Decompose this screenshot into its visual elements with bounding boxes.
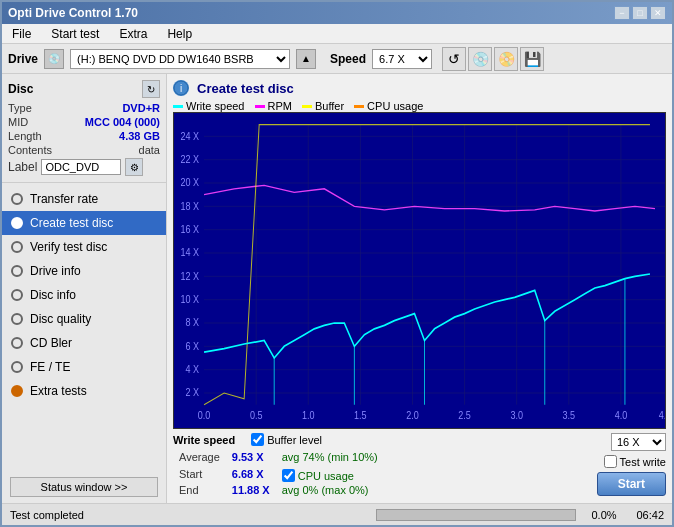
nav-create-test-disc[interactable]: Create test disc	[2, 211, 166, 235]
legend-rpm-label: RPM	[268, 100, 292, 112]
test-write-checkbox[interactable]	[604, 455, 617, 468]
disc-label-input[interactable]	[41, 159, 121, 175]
start-button[interactable]: Start	[597, 472, 666, 496]
buffer-level-check: Buffer level	[251, 433, 322, 446]
disc-length-val: 4.38 GB	[119, 130, 160, 142]
nav-drive-info[interactable]: Drive info	[2, 259, 166, 283]
svg-text:3.0: 3.0	[510, 409, 523, 421]
chart-title-icon: i	[173, 80, 189, 96]
chart-title: Create test disc	[197, 81, 294, 96]
menu-extra[interactable]: Extra	[113, 26, 153, 42]
buffer-level-checkbox[interactable]	[251, 433, 264, 446]
svg-text:4 X: 4 X	[186, 364, 200, 376]
nav-label-drive-info: Drive info	[30, 264, 81, 278]
legend-rpm: RPM	[255, 100, 292, 112]
chart-area: i Create test disc Write speed RPM Buffe…	[167, 74, 672, 503]
svg-text:4.0: 4.0	[615, 409, 628, 421]
stat-start-row: Start 6.68 X CPU usage	[173, 464, 384, 483]
status-window-button[interactable]: Status window >>	[10, 477, 158, 497]
nav-icon-fe-te	[10, 360, 24, 374]
menu-file[interactable]: File	[6, 26, 37, 42]
disc-header: Disc ↻	[8, 80, 160, 98]
disc-section: Disc ↻ Type DVD+R MID MCC 004 (000) Leng…	[2, 74, 166, 183]
disc-contents-val: data	[139, 144, 160, 156]
refresh-button[interactable]: ↺	[442, 47, 466, 71]
svg-text:3.5: 3.5	[563, 409, 576, 421]
menu-start-test[interactable]: Start test	[45, 26, 105, 42]
chart-display: 24 X 22 X 20 X 18 X 16 X 14 X 12 X 10 X …	[173, 112, 666, 429]
disc-contents-row: Contents data	[8, 144, 160, 156]
svg-text:4.5: 4.5	[659, 409, 665, 421]
disc-icon-button[interactable]: 💿	[468, 47, 492, 71]
stat-average-key: Average	[173, 450, 226, 464]
disc-mid-key: MID	[8, 116, 28, 128]
nav-icon-cd-bler	[10, 336, 24, 350]
nav-transfer-rate[interactable]: Transfer rate	[2, 187, 166, 211]
chart-legend: Write speed RPM Buffer CPU usage	[173, 100, 666, 112]
nav-disc-quality[interactable]: Disc quality	[2, 307, 166, 331]
status-text: Test completed	[10, 509, 368, 521]
cpu-usage-checkbox[interactable]	[282, 469, 295, 482]
disc-mid-row: MID MCC 004 (000)	[8, 116, 160, 128]
stat-average-val: 9.53 X	[226, 450, 276, 464]
nav-label-disc-info: Disc info	[30, 288, 76, 302]
svg-text:16 X: 16 X	[181, 224, 200, 236]
svg-text:12 X: 12 X	[181, 270, 200, 282]
minimize-button[interactable]: −	[614, 6, 630, 20]
nav-extra-tests[interactable]: Extra tests	[2, 379, 166, 403]
nav-fe-te[interactable]: FE / TE	[2, 355, 166, 379]
legend-write-speed-dot	[173, 105, 183, 108]
svg-text:i: i	[180, 83, 182, 94]
stat-start-extra: CPU usage	[276, 464, 384, 483]
disc-label-key: Label	[8, 160, 37, 174]
save-button[interactable]: 💾	[520, 47, 544, 71]
nav-disc-info[interactable]: Disc info	[2, 283, 166, 307]
legend-buffer-label: Buffer	[315, 100, 344, 112]
disc-type-row: Type DVD+R	[8, 102, 160, 114]
speed-select[interactable]: 6.7 X	[372, 49, 432, 69]
disc-refresh-button[interactable]: ↻	[142, 80, 160, 98]
svg-text:2.0: 2.0	[406, 409, 419, 421]
nav-icon-drive-info	[10, 264, 24, 278]
stat-end-key: End	[173, 483, 226, 497]
legend-rpm-dot	[255, 105, 265, 108]
disc2-icon-button[interactable]: 📀	[494, 47, 518, 71]
nav-label-cd-bler: CD Bler	[30, 336, 72, 350]
close-button[interactable]: ✕	[650, 6, 666, 20]
legend-buffer: Buffer	[302, 100, 344, 112]
nav-cd-bler[interactable]: CD Bler	[2, 331, 166, 355]
legend-write-speed-label: Write speed	[186, 100, 245, 112]
nav-icon-disc-info	[10, 288, 24, 302]
right-controls: 16 X 8 X 4 X 2.4 X Test write Start	[597, 433, 666, 496]
legend-write-speed: Write speed	[173, 100, 245, 112]
drive-select[interactable]: (H:) BENQ DVD DD DW1640 BSRB	[70, 49, 290, 69]
disc-header-label: Disc	[8, 82, 33, 96]
svg-text:10 X: 10 X	[181, 294, 200, 306]
nav-label-verify-test-disc: Verify test disc	[30, 240, 107, 254]
status-bar: Test completed 0.0% 06:42	[2, 503, 672, 525]
status-percent: 0.0%	[584, 509, 624, 521]
chart-svg: 24 X 22 X 20 X 18 X 16 X 14 X 12 X 10 X …	[174, 113, 665, 428]
maximize-button[interactable]: □	[632, 6, 648, 20]
nav-label-transfer-rate: Transfer rate	[30, 192, 98, 206]
menu-help[interactable]: Help	[161, 26, 198, 42]
disc-type-key: Type	[8, 102, 32, 114]
svg-text:18 X: 18 X	[181, 200, 200, 212]
test-write-label: Test write	[620, 456, 666, 468]
toolbar-icons: ↺ 💿 📀 💾	[442, 47, 544, 71]
nav-icon-extra-tests	[10, 384, 24, 398]
disc-label-icon-button[interactable]: ⚙	[125, 158, 143, 176]
svg-text:22 X: 22 X	[181, 154, 200, 166]
legend-cpu-usage-dot	[354, 105, 364, 108]
stat-end-extra: avg 0% (max 0%)	[276, 483, 384, 497]
nav-label-extra-tests: Extra tests	[30, 384, 87, 398]
eject-button[interactable]: ▲	[296, 49, 316, 69]
svg-text:24 X: 24 X	[181, 130, 200, 142]
nav-verify-test-disc[interactable]: Verify test disc	[2, 235, 166, 259]
legend-cpu-usage-label: CPU usage	[367, 100, 423, 112]
write-speed-dropdown[interactable]: 16 X 8 X 4 X 2.4 X	[611, 433, 666, 451]
nav-items: Transfer rate Create test disc Verify te…	[2, 183, 166, 471]
svg-text:14 X: 14 X	[181, 247, 200, 259]
chart-header: i Create test disc	[173, 80, 666, 96]
legend-buffer-dot	[302, 105, 312, 108]
